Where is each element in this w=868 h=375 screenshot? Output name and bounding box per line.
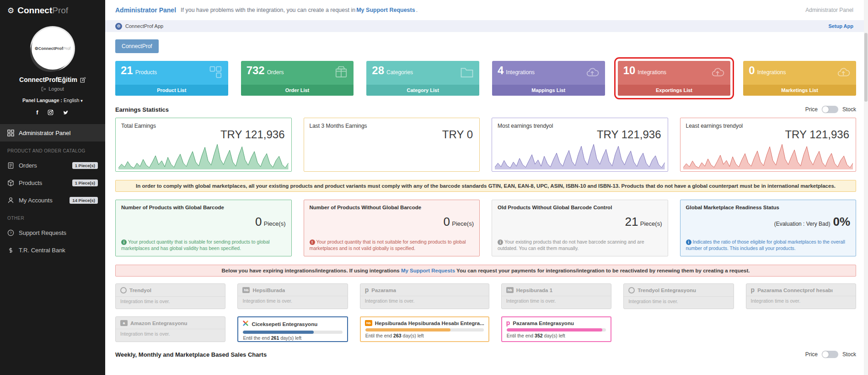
language-selector[interactable]: Panel Language : English ▾ bbox=[0, 98, 105, 103]
card-global-readiness-status: Global Marketplace Readiness Status (Eva… bbox=[680, 200, 857, 256]
sidebar-section-other: OTHER bbox=[0, 209, 105, 224]
stat-label: Integrations bbox=[757, 69, 786, 76]
ciceksepeti-flower-icon bbox=[242, 320, 249, 328]
integration-status: Integration time is over. bbox=[502, 296, 611, 304]
info-circle-icon: i bbox=[686, 239, 691, 245]
brand-name-bold: Connect bbox=[17, 5, 52, 15]
brand-logo[interactable]: ⚙ ConnectProf bbox=[0, 0, 105, 21]
sidebar-item-my-accounts[interactable]: My Accounts 14 Piece(s) bbox=[0, 191, 105, 209]
stat-label: Integrations bbox=[638, 69, 666, 76]
integration-name: Pazarama Connectprof hesabı bbox=[757, 288, 833, 293]
integration-status: Integration time is over. bbox=[116, 296, 225, 304]
toggle-label-price: Price bbox=[805, 106, 818, 113]
card-description: Indicates the ratio of those eligible fo… bbox=[686, 239, 845, 251]
stat-card-marketings[interactable]: 0Integrations Marketings List bbox=[743, 61, 856, 96]
stat-card-categories[interactable]: 28Categories Category List bbox=[366, 61, 479, 96]
twitter-icon[interactable] bbox=[63, 110, 69, 115]
days-count: 352 bbox=[535, 333, 543, 338]
toggle-label-price: Price bbox=[805, 351, 818, 358]
integration-card-pazarama-connectprof[interactable]: pPazarama Connectprof hesabı Integration… bbox=[746, 283, 856, 309]
order-list-link[interactable]: Order List bbox=[241, 85, 354, 96]
warning-circle-icon: ! bbox=[310, 239, 315, 245]
integration-card-hepsiburada[interactable]: hbHepsiBurada Integration time is over. bbox=[237, 283, 348, 309]
sidebar-item-support-requests[interactable]: ? Support Requests bbox=[0, 224, 105, 241]
logout-button[interactable]: Logout bbox=[0, 86, 105, 92]
mappings-list-link[interactable]: Mappings List bbox=[492, 85, 605, 96]
earnings-sparkline-chart bbox=[683, 140, 853, 169]
sidebar-item-orders[interactable]: Orders 1 Piece(s) bbox=[0, 157, 105, 174]
sidebar-item-label: My Accounts bbox=[19, 197, 53, 204]
integration-name: Trendyol bbox=[129, 288, 151, 293]
toggle-label-stock: Stock bbox=[842, 106, 856, 113]
integration-status: Integration time is over. bbox=[624, 296, 733, 304]
sidebar-section-catalog: PRODUCT AND ORDER CATALOG bbox=[0, 141, 105, 157]
my-support-requests-link[interactable]: My Support Requests bbox=[401, 268, 455, 273]
accounts-count-badge: 14 Piece(s) bbox=[70, 197, 98, 204]
trendyol-icon bbox=[120, 287, 127, 293]
stat-card-products[interactable]: 21Products Product List bbox=[115, 61, 228, 96]
marketings-list-link[interactable]: Marketings List bbox=[743, 85, 856, 96]
integration-name: Hepsiburada Hepsiburada Hesabı Entegra..… bbox=[375, 321, 484, 326]
integration-name: Amazon Entegrasyonu bbox=[130, 321, 188, 326]
integration-card-trendyol[interactable]: Trendyol Integration time is over. bbox=[115, 283, 225, 309]
integration-card-amazon[interactable]: aAmazon Entegrasyonu Integration time is… bbox=[115, 316, 225, 342]
scrollbar-thumb[interactable] bbox=[864, 33, 868, 102]
earnings-card-least: Least earnings trendyol TRY 121,936 bbox=[680, 118, 857, 172]
stat-value: 21 bbox=[121, 64, 133, 76]
card-description: Your product quantity that is suitable f… bbox=[121, 239, 270, 251]
switch-knob bbox=[822, 351, 829, 358]
my-support-requests-link[interactable]: My Support Requests bbox=[356, 7, 415, 13]
integration-status: Integration time is over. bbox=[746, 296, 856, 304]
card-description: Your product quantity that is not suitab… bbox=[310, 239, 466, 251]
integration-card-ciceksepeti[interactable]: Ciceksepeti Entegrasyonu Entil the end 2… bbox=[237, 316, 348, 342]
integration-days-left: Entil the end 263 day(s) left bbox=[361, 333, 488, 340]
logout-label: Logout bbox=[48, 86, 64, 92]
integration-days-left: Entil the end 352 day(s) left bbox=[502, 333, 611, 340]
price-stock-switch[interactable] bbox=[822, 351, 838, 358]
sidebar-item-tr-central-bank[interactable]: T.R. Central Bank bbox=[0, 241, 105, 259]
integration-progress-bar bbox=[243, 331, 342, 334]
integration-card-pazarama[interactable]: pPazarama Integration time is over. bbox=[360, 283, 489, 309]
card-title: Old Products Without Global Barcode Cont… bbox=[498, 205, 662, 210]
category-list-link[interactable]: Category List bbox=[366, 85, 479, 96]
sidebar-item-administrator-panel[interactable]: Administrator Panel bbox=[0, 124, 105, 141]
integration-name: Pazarama bbox=[371, 288, 396, 293]
sidebar-nav: Administrator Panel PRODUCT AND ORDER CA… bbox=[0, 124, 105, 259]
integration-card-pazarama-entegrasyonu[interactable]: p Pazarama Entegrasyonu Entil the end 35… bbox=[501, 316, 611, 342]
cloud-upload-icon bbox=[835, 65, 852, 81]
barcode-compliance-notice: In order to comply with global marketpla… bbox=[115, 180, 856, 192]
stat-card-mappings[interactable]: 4Integrations Mappings List bbox=[492, 61, 605, 96]
avatar-gear-icon: ⚙ bbox=[35, 46, 38, 51]
info-circle-icon: i bbox=[121, 239, 127, 245]
gear-logo-icon: ⚙ bbox=[7, 6, 14, 16]
exportings-list-link[interactable]: Exportings List bbox=[618, 85, 731, 96]
notice-text-before: Below you have expiring integrations/int… bbox=[222, 268, 400, 273]
stat-card-orders[interactable]: 732Orders Order List bbox=[241, 61, 354, 96]
toggle-label-stock: Stock bbox=[842, 351, 856, 358]
earnings-card-most: Most earnings trendyol TRY 121,936 bbox=[492, 118, 668, 172]
sidebar-item-label: Support Requests bbox=[19, 229, 66, 236]
edit-profile-icon[interactable] bbox=[80, 77, 86, 83]
price-stock-toggle: Price Stock bbox=[805, 106, 856, 113]
sales-charts-heading: Weekly, Monthly and Marketplace Based Sa… bbox=[115, 351, 267, 358]
card-value: 0% bbox=[833, 215, 850, 228]
facebook-icon[interactable]: f bbox=[36, 109, 38, 116]
card-value: 21 bbox=[625, 215, 638, 228]
stat-card-exportings[interactable]: 10Integrations Exportings List bbox=[618, 61, 731, 96]
price-stock-switch[interactable] bbox=[822, 106, 838, 113]
setup-app-link[interactable]: Setup App bbox=[828, 23, 858, 29]
stat-value: 10 bbox=[623, 64, 636, 76]
integration-card-hepsiburada-hesabi[interactable]: hb Hepsiburada Hepsiburada Hesabı Entegr… bbox=[360, 316, 489, 342]
evaluation-label: (Evaluation : Very Bad) bbox=[774, 221, 830, 227]
orders-count-badge: 1 Piece(s) bbox=[72, 162, 98, 169]
integration-card-trendyol-entegrasyonu[interactable]: Trendyol Entegrasyonu Integration time i… bbox=[623, 283, 734, 309]
vertical-scrollbar[interactable] bbox=[864, 0, 868, 375]
integration-card-hepsiburada-1[interactable]: hbHepsiburada 1 Integration time is over… bbox=[501, 283, 611, 309]
product-list-link[interactable]: Product List bbox=[115, 85, 228, 96]
instagram-icon[interactable] bbox=[48, 109, 54, 115]
sidebar-item-products[interactable]: Products 1 Piece(s) bbox=[0, 174, 105, 191]
tab-connectprof[interactable]: ConnectProf bbox=[115, 39, 159, 53]
earnings-card-value: TRY 121,936 bbox=[220, 128, 285, 141]
stat-label: Integrations bbox=[506, 69, 535, 76]
avatar[interactable]: ⚙ConnectProfProf bbox=[32, 27, 74, 70]
